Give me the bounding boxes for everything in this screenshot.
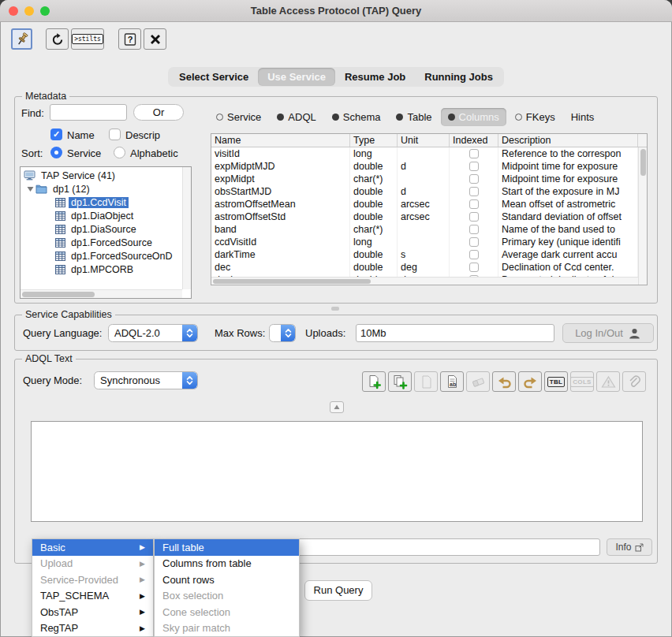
- splitter-handle[interactable]: [331, 307, 339, 311]
- view-tab-adql[interactable]: ADQL: [270, 108, 323, 126]
- tree-item-dp1-diasource[interactable]: dp1.DiaSource: [21, 222, 191, 236]
- indexed-checkbox[interactable]: [469, 250, 479, 259]
- submenu-item-full-table[interactable]: Full table: [155, 539, 299, 556]
- column-row-astromoffsetstd[interactable]: astromOffsetStddoublearcsecStandard devi…: [211, 210, 647, 223]
- service-tree[interactable]: TAP Service (41)dp1 (12)dp1.CcdVisitdp1.…: [20, 166, 192, 299]
- indexed-checkbox[interactable]: [469, 225, 479, 234]
- tab-running-jobs[interactable]: Running Jobs: [415, 68, 502, 86]
- titlebar[interactable]: Table Access Protocol (TAP) Query: [0, 0, 672, 22]
- tree-item-dp1-diaobject[interactable]: dp1.DiaObject: [21, 209, 191, 222]
- menu-item-tap-schema[interactable]: TAP_SCHEMA▶: [32, 588, 153, 605]
- indexed-checkbox[interactable]: [469, 149, 479, 158]
- uploads-input[interactable]: [356, 324, 554, 342]
- column-row-expmidpt[interactable]: expMidptchar(*)Midpoint time for exposur…: [211, 173, 647, 185]
- tab-select-service[interactable]: Select Service: [170, 68, 258, 86]
- submenu-item-columns-from-table[interactable]: Columns from table: [155, 556, 299, 572]
- login-button[interactable]: Log In/Out: [562, 323, 654, 343]
- view-tab-fkeys[interactable]: FKeys: [508, 108, 562, 126]
- toolbar-expander-button[interactable]: [330, 401, 344, 413]
- tab-state-dot-icon: [277, 114, 284, 121]
- find-input[interactable]: [50, 104, 127, 121]
- table-vertical-scrollbar[interactable]: [638, 147, 647, 285]
- query-language-select[interactable]: ADQL-2.0: [108, 324, 198, 342]
- stilts-help-button[interactable]: >stilts: [71, 28, 104, 50]
- rename-query-tab-button[interactable]: ab: [440, 371, 464, 392]
- insert-columns-button[interactable]: COLS: [570, 371, 594, 392]
- column-row-ccdvisitid[interactable]: ccdVisitIdlongPrimary key (unique identi…: [211, 236, 647, 248]
- scrollbar-thumb[interactable]: [22, 292, 95, 297]
- redo-button[interactable]: [518, 371, 542, 392]
- query-mode-select[interactable]: Synchronous: [94, 371, 198, 389]
- column-header-description[interactable]: Description: [498, 134, 638, 147]
- tree-item-tap-service-41[interactable]: TAP Service (41): [21, 169, 191, 182]
- indexed-checkbox[interactable]: [469, 237, 479, 247]
- tree-item-dp1-ccdvisit[interactable]: dp1.CcdVisit: [21, 196, 191, 209]
- column-row-visitid[interactable]: visitIdlongReference to the correspon: [211, 147, 647, 160]
- close-window-traffic-button[interactable]: [9, 6, 18, 16]
- tree-item-dp1-12[interactable]: dp1 (12): [21, 182, 191, 196]
- table-horizontal-scrollbar[interactable]: [211, 277, 638, 285]
- reload-icon: [50, 32, 65, 47]
- column-header-unit[interactable]: Unit: [398, 134, 450, 147]
- fix-text-button[interactable]: [622, 371, 646, 392]
- menu-item-obstap[interactable]: ObsTAP▶: [32, 604, 153, 620]
- parse-errors-button[interactable]: [596, 371, 620, 392]
- clear-text-button[interactable]: [466, 371, 490, 392]
- copy-query-tab-button[interactable]: [388, 371, 412, 392]
- tree-item-dp1-forcedsource[interactable]: dp1.ForcedSource: [21, 236, 191, 249]
- view-tab-service[interactable]: Service: [209, 108, 268, 126]
- scrollbar-thumb[interactable]: [640, 149, 646, 176]
- run-query-button[interactable]: Run Query: [304, 580, 372, 601]
- help-button[interactable]: ?: [118, 28, 141, 50]
- or-button[interactable]: Or: [133, 104, 184, 121]
- column-row-band[interactable]: bandchar(*)Name of the band used to: [211, 223, 647, 236]
- cell-description: Mean offset of astrometric: [498, 198, 638, 210]
- sort-service-radio[interactable]: [50, 147, 62, 158]
- view-tab-schema[interactable]: Schema: [325, 108, 388, 126]
- adql-text-area[interactable]: [31, 421, 643, 522]
- reload-button[interactable]: [46, 28, 69, 50]
- descrip-checkbox[interactable]: [109, 129, 121, 140]
- minimize-window-button[interactable]: [24, 6, 34, 16]
- undo-button[interactable]: [492, 371, 516, 392]
- pin-window-button[interactable]: [11, 28, 32, 50]
- indexed-checkbox[interactable]: [469, 174, 479, 184]
- column-row-astromoffsetmean[interactable]: astromOffsetMeandoublearcsecMean offset …: [211, 198, 647, 210]
- column-row-obsstartmjd[interactable]: obsStartMJDdoubledStart of the exposure …: [211, 185, 647, 198]
- view-tab-hints[interactable]: Hints: [564, 108, 602, 126]
- indexed-checkbox[interactable]: [469, 212, 479, 222]
- column-header-indexed[interactable]: Indexed: [450, 134, 498, 147]
- disclosure-triangle-icon[interactable]: [27, 185, 34, 192]
- indexed-checkbox[interactable]: [469, 263, 479, 272]
- tree-item-dp1-forcedsourceond[interactable]: dp1.ForcedSourceOnD: [21, 249, 191, 263]
- column-row-expmidptmjd[interactable]: expMidptMJDdoubledMidpoint time for expo…: [211, 160, 647, 173]
- info-button[interactable]: Info: [607, 538, 652, 556]
- tab-use-service[interactable]: Use Service: [258, 68, 335, 86]
- column-header-type[interactable]: Type: [350, 134, 398, 147]
- column-row-darktime[interactable]: darkTimedoublesAverage dark current accu: [211, 248, 647, 261]
- add-query-tab-button[interactable]: [362, 371, 386, 392]
- tree-vertical-scrollbar[interactable]: [182, 167, 191, 289]
- indexed-checkbox[interactable]: [469, 162, 479, 171]
- submenu-item-count-rows[interactable]: Count rows: [155, 572, 299, 588]
- menu-item-regtap[interactable]: RegTAP▶: [32, 620, 153, 637]
- name-checkbox[interactable]: ✓: [50, 129, 62, 140]
- remove-query-tab-button[interactable]: [414, 371, 438, 392]
- view-tab-table[interactable]: Table: [389, 108, 439, 126]
- tree-item-dp1-mpcorb[interactable]: dp1.MPCORB: [21, 263, 191, 276]
- view-tab-columns[interactable]: Columns: [441, 108, 506, 126]
- close-window-button[interactable]: [144, 28, 166, 50]
- insert-table-button[interactable]: TBL: [544, 371, 568, 392]
- menu-item-basic[interactable]: Basic▶: [32, 539, 153, 556]
- cell-unit: deg: [398, 261, 450, 274]
- max-rows-spinner[interactable]: [269, 324, 296, 342]
- column-header-name[interactable]: Name: [211, 134, 350, 147]
- indexed-checkbox[interactable]: [469, 187, 479, 196]
- scrollbar-thumb[interactable]: [213, 279, 371, 284]
- indexed-checkbox[interactable]: [469, 199, 479, 209]
- tree-horizontal-scrollbar[interactable]: [21, 289, 182, 298]
- tab-resume-job[interactable]: Resume Job: [335, 68, 415, 86]
- column-row-dec[interactable]: decdoubledegDeclination of Ccd center.: [211, 261, 647, 274]
- zoom-window-button[interactable]: [40, 6, 50, 16]
- sort-alphabetic-radio[interactable]: [114, 147, 125, 158]
